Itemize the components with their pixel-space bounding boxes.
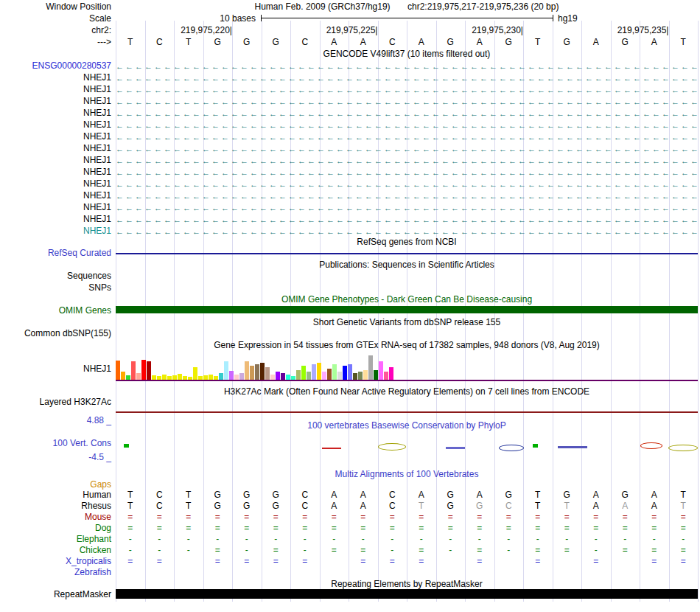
gene-transcript-row[interactable]: ←←←←←←←←←←←←←←←←←←←←←←←←←←←←←←←←←←←←←←←←… — [116, 155, 698, 167]
alignment-cell: A — [465, 490, 494, 501]
gene-row-label[interactable]: NHEJ1 — [0, 214, 111, 224]
gtex-bar[interactable] — [224, 361, 228, 380]
gene-row-label[interactable]: NHEJ1 — [0, 119, 111, 130]
gencode-title[interactable]: GENCODE V49lift37 (10 items filtered out… — [116, 49, 698, 59]
sequences-label[interactable]: Sequences — [0, 271, 111, 281]
phylop-signal[interactable] — [116, 434, 698, 459]
gene-transcript-row[interactable]: ←←←←←←←←←←←←←←←←←←←←←←←←←←←←←←←←←←←←←←←←… — [116, 72, 698, 84]
gene-row-label[interactable]: NHEJ1 — [0, 72, 111, 83]
gtex-bar[interactable] — [301, 366, 306, 380]
gtex-bar[interactable] — [265, 367, 270, 380]
alignment-cell: A — [640, 501, 669, 512]
gene-row-label[interactable]: NHEJ1 — [0, 178, 111, 189]
species-label[interactable]: X_tropicalis — [0, 556, 111, 566]
gtex-bar[interactable] — [327, 369, 332, 380]
gtex-bar[interactable] — [260, 363, 265, 380]
alignment-cell: - — [465, 534, 494, 545]
refseq-title[interactable]: RefSeq genes from NCBI — [116, 237, 698, 247]
gtex-bar[interactable] — [389, 367, 393, 380]
species-label[interactable]: Chicken — [0, 545, 111, 555]
repeatmasker-track-bar[interactable] — [116, 589, 698, 599]
gene-row-label[interactable]: NHEJ1 — [0, 167, 111, 177]
species-label[interactable]: Human — [0, 490, 111, 500]
gene-row-label[interactable]: NHEJ1 — [0, 108, 111, 118]
alignment-cell: A — [407, 490, 436, 501]
alignment-cell: G — [611, 490, 640, 501]
repeatmasker-title[interactable]: Repeating Elements by RepeatMasker — [116, 579, 698, 589]
refseq-track-line[interactable] — [116, 253, 698, 254]
gtex-title[interactable]: Gene Expression in 54 tissues from GTEx … — [116, 340, 698, 350]
gene-row-label[interactable]: NHEJ1 — [0, 202, 111, 212]
gtex-bar[interactable] — [250, 366, 254, 380]
gene-row-label[interactable]: NHEJ1 — [0, 190, 111, 201]
gene-row-label[interactable]: NHEJ1 — [0, 84, 111, 94]
gene-row-label[interactable]: NHEJ1 — [0, 143, 111, 153]
alignment-cell — [553, 556, 582, 567]
gtex-bar[interactable] — [363, 370, 368, 380]
gtex-bar[interactable] — [374, 370, 378, 380]
alignment-cell: - — [494, 534, 524, 545]
alignment-cell: T — [407, 501, 436, 512]
species-label[interactable]: Rhesus — [0, 501, 111, 511]
gene-transcript-row[interactable]: ←←←←←←←←←←←←←←←←←←←←←←←←←←←←←←←←←←←←←←←←… — [116, 214, 698, 226]
species-label[interactable]: Dog — [0, 523, 111, 533]
refseq-label[interactable]: RefSeq Curated — [0, 248, 111, 258]
dbsnp-label[interactable]: Common dbSNP(155) — [0, 328, 111, 338]
gtex-bar[interactable] — [116, 361, 120, 380]
species-label[interactable]: Mouse — [0, 512, 111, 522]
gtex-bar[interactable] — [379, 361, 383, 380]
gene-transcript-row[interactable]: ←←←←←←←←←←←←←←←←←←←←←←←←←←←←←←←←←←←←←←←←… — [116, 60, 698, 72]
cons-label[interactable]: 100 Vert. Cons — [0, 438, 111, 448]
gene-transcript-row[interactable]: ←←←←←←←←←←←←←←←←←←←←←←←←←←←←←←←←←←←←←←←←… — [116, 131, 698, 143]
publications-title[interactable]: Publications: Sequences in Scientific Ar… — [116, 260, 698, 270]
gtex-bar[interactable] — [296, 370, 301, 380]
gtex-bar[interactable] — [193, 367, 197, 380]
alignment-cell: - — [553, 534, 582, 545]
h3k27ac-signal-line[interactable] — [116, 411, 698, 413]
gtex-bar[interactable] — [147, 361, 151, 380]
gene-transcript-row[interactable]: ←←←←←←←←←←←←←←←←←←←←←←←←←←←←←←←←←←←←←←←←… — [116, 226, 698, 237]
gtex-bar[interactable] — [332, 364, 337, 380]
omim-label[interactable]: OMIM Genes — [0, 305, 111, 316]
species-label[interactable]: Elephant — [0, 534, 111, 544]
gtex-bar[interactable] — [141, 360, 146, 380]
gtex-baseline[interactable] — [116, 380, 698, 381]
gtex-bar[interactable] — [317, 363, 321, 380]
gene-transcript-row[interactable]: ←←←←←←←←←←←←←←←←←←←←←←←←←←←←←←←←←←←←←←←←… — [116, 190, 698, 202]
gene-transcript-row[interactable]: ←←←←←←←←←←←←←←←←←←←←←←←←←←←←←←←←←←←←←←←←… — [116, 167, 698, 178]
snps-label[interactable]: SNPs — [0, 282, 111, 293]
gtex-bar[interactable] — [368, 355, 373, 380]
gene-row-label[interactable]: ENSG00000280537 — [0, 60, 111, 71]
gene-row-label[interactable]: NHEJ1 — [0, 96, 111, 106]
dbsnp-title[interactable]: Short Genetic Variants from dbSNP releas… — [116, 317, 698, 327]
gene-row-label[interactable]: NHEJ1 — [0, 131, 111, 142]
gene-transcript-row[interactable]: ←←←←←←←←←←←←←←←←←←←←←←←←←←←←←←←←←←←←←←←←… — [116, 84, 698, 96]
gene-transcript-row[interactable]: ←←←←←←←←←←←←←←←←←←←←←←←←←←←←←←←←←←←←←←←←… — [116, 143, 698, 155]
base-letter: G — [262, 37, 291, 48]
gene-transcript-row[interactable]: ←←←←←←←←←←←←←←←←←←←←←←←←←←←←←←←←←←←←←←←←… — [116, 202, 698, 214]
omim-track-bar[interactable] — [116, 306, 698, 313]
gene-transcript-row[interactable]: ←←←←←←←←←←←←←←←←←←←←←←←←←←←←←←←←←←←←←←←←… — [116, 178, 698, 190]
h3k27ac-title[interactable]: H3K27Ac Mark (Often Found Near Active Re… — [116, 386, 698, 397]
alignment-cell: = — [262, 556, 291, 567]
gtex-bar[interactable] — [312, 364, 316, 380]
h3k27ac-label[interactable]: Layered H3K27Ac — [0, 397, 111, 407]
multiz-title[interactable]: Multiz Alignments of 100 Vertebrates — [116, 469, 698, 479]
gtex-bar[interactable] — [255, 364, 259, 380]
gene-row-label[interactable]: NHEJ1 — [0, 226, 111, 236]
gene-transcript-row[interactable]: ←←←←←←←←←←←←←←←←←←←←←←←←←←←←←←←←←←←←←←←←… — [116, 96, 698, 108]
gene-transcript-row[interactable]: ←←←←←←←←←←←←←←←←←←←←←←←←←←←←←←←←←←←←←←←←… — [116, 108, 698, 119]
phylop-title[interactable]: 100 vertebrates Basewise Conservation by… — [116, 420, 698, 431]
gtex-bar[interactable] — [131, 361, 136, 380]
gtex-bar[interactable] — [245, 361, 249, 380]
gtex-bar[interactable] — [343, 366, 347, 380]
alignment-cell: - — [378, 545, 407, 556]
gtex-label[interactable]: NHEJ1 — [0, 364, 111, 374]
gene-row-label[interactable]: NHEJ1 — [0, 155, 111, 165]
gtex-bar[interactable] — [348, 364, 352, 380]
omim-title[interactable]: OMIM Gene Phenotypes - Dark Green Can Be… — [116, 294, 698, 305]
gene-transcript-row[interactable]: ←←←←←←←←←←←←←←←←←←←←←←←←←←←←←←←←←←←←←←←←… — [116, 119, 698, 131]
repeatmasker-label[interactable]: RepeatMasker — [0, 589, 111, 599]
species-label[interactable]: Zebrafish — [0, 567, 111, 577]
alignment-cell: T — [174, 490, 203, 501]
